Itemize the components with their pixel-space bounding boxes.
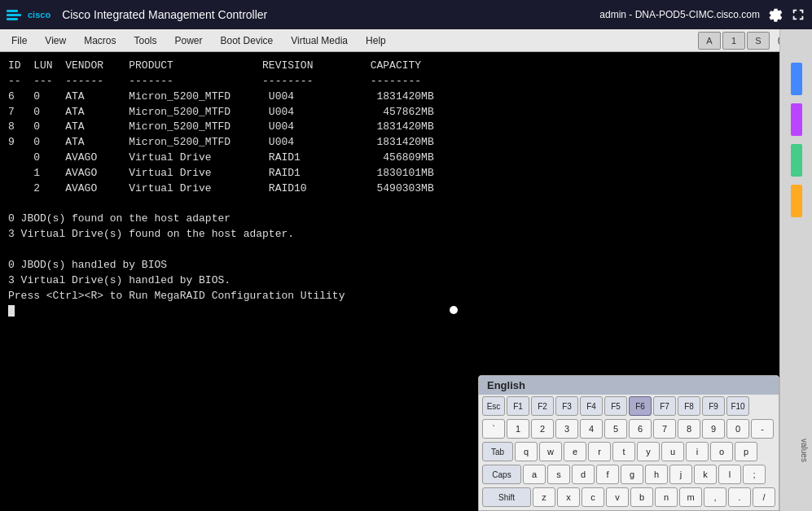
kb-key-slash[interactable]: / [753,487,775,507]
kb-key-q[interactable]: q [515,442,538,461]
values-label: values [800,439,809,462]
kb-key-5[interactable]: 5 [604,419,627,439]
kb-key-b[interactable]: b [630,487,653,507]
virtual-keyboard: English Esc F1 F2 F3 F4 F5 F6 F7 F8 F9 F… [478,375,779,511]
toolbar-btn-1[interactable]: 1 [722,32,745,50]
kb-row-zxcv: Shift z x c v b n m , . / [479,486,779,509]
kb-key-c[interactable]: c [582,487,604,507]
top-bar: cisco Cisco Integrated Management Contro… [0,0,812,29]
cisco-bar-1 [7,10,18,12]
kb-key-l[interactable]: l [718,465,741,484]
color-block-purple [791,103,802,136]
cisco-bar-3 [7,18,18,20]
kb-key-f8[interactable]: F8 [678,396,700,416]
kb-key-7[interactable]: 7 [653,419,676,439]
kb-key-j[interactable]: j [669,465,692,484]
kb-key-f2[interactable]: F2 [531,396,554,416]
menu-bar: File View Macros Tools Power Boot Device… [0,29,812,52]
terminal-cursor [8,305,15,317]
kb-key-k[interactable]: k [694,465,717,484]
cisco-bar-2 [7,14,21,16]
keyboard-language-label: English [479,376,779,395]
kb-key-backtick[interactable]: ` [482,419,505,439]
kb-key-d[interactable]: d [572,465,595,484]
kb-key-6[interactable]: 6 [629,419,652,439]
kb-key-u[interactable]: u [661,442,684,461]
toolbar-btn-a[interactable]: A [698,32,721,50]
menu-help[interactable]: Help [358,32,394,50]
kb-key-minus[interactable]: - [751,419,774,439]
menu-file[interactable]: File [3,32,35,50]
kb-key-o[interactable]: o [710,442,733,461]
kb-key-g[interactable]: g [621,465,643,484]
kb-key-a[interactable]: a [523,465,546,484]
kb-key-comma[interactable]: , [704,487,726,507]
color-block-orange [791,185,802,217]
kb-key-x[interactable]: x [557,487,580,507]
menu-view[interactable]: View [37,32,74,50]
kb-key-caps[interactable]: Caps [482,465,521,484]
kb-key-e[interactable]: e [564,442,586,461]
kb-key-f5[interactable]: F5 [604,396,627,416]
kb-key-semicolon[interactable]: ; [743,465,766,484]
kb-key-r[interactable]: r [588,442,611,461]
cisco-logo: cisco [7,10,50,20]
kb-key-f6[interactable]: F6 [629,396,652,416]
kb-key-period[interactable]: . [728,487,751,507]
kb-key-y[interactable]: y [637,442,660,461]
kb-key-3[interactable]: 3 [555,419,578,439]
gear-icon[interactable] [768,7,783,22]
kb-key-f4[interactable]: F4 [580,396,603,416]
kb-key-h[interactable]: h [645,465,668,484]
menu-macros[interactable]: Macros [76,32,124,50]
kb-row-function: Esc F1 F2 F3 F4 F5 F6 F7 F8 F9 F10 [479,395,779,417]
expand-icon[interactable] [791,7,805,22]
kb-key-4[interactable]: 4 [580,419,603,439]
menu-power[interactable]: Power [167,32,211,50]
kb-key-p[interactable]: p [735,442,757,461]
kb-key-t[interactable]: t [612,442,635,461]
kb-key-esc[interactable]: Esc [482,396,505,416]
kb-key-z[interactable]: z [533,487,555,507]
kb-row-asdf: Caps a s d f g h j k l ; [479,463,779,486]
admin-label: admin - DNA-POD5-CIMC.cisco.com [599,9,760,20]
kb-key-tab[interactable]: Tab [482,442,513,461]
kb-key-f1[interactable]: F1 [507,396,529,416]
kb-row-qwerty: Tab q w e r t y u i o p [479,440,779,463]
kb-key-s[interactable]: s [547,465,570,484]
kb-key-v[interactable]: v [606,487,629,507]
menu-virtual-media[interactable]: Virtual Media [283,32,356,50]
kb-key-shift[interactable]: Shift [482,487,531,507]
kb-key-i[interactable]: i [686,442,709,461]
kb-row-numbers: ` 1 2 3 4 5 6 7 8 9 0 - [479,417,779,440]
top-right: admin - DNA-POD5-CIMC.cisco.com [599,7,805,22]
menu-boot-device[interactable]: Boot Device [213,32,282,50]
toolbar-btn-s[interactable]: S [747,32,770,50]
cisco-wordmark: cisco [28,10,50,20]
kb-key-f9[interactable]: F9 [702,396,725,416]
kb-key-9[interactable]: 9 [702,419,725,439]
menu-tools[interactable]: Tools [125,32,165,50]
kb-key-1[interactable]: 1 [507,419,529,439]
kb-key-8[interactable]: 8 [678,419,700,439]
kb-key-0[interactable]: 0 [726,419,749,439]
kb-key-m[interactable]: m [679,487,702,507]
kb-key-f10[interactable]: F10 [726,396,749,416]
color-block-blue [791,63,802,95]
scroll-indicator [450,306,458,314]
kb-key-f[interactable]: f [596,465,619,484]
app-title: Cisco Integrated Management Controller [62,8,267,21]
right-panel: values [779,29,812,511]
kb-key-w[interactable]: w [539,442,562,461]
color-block-green [791,144,802,177]
kb-key-f7[interactable]: F7 [653,396,676,416]
kb-key-n[interactable]: n [655,487,678,507]
kb-key-f3[interactable]: F3 [555,396,578,416]
kb-key-2[interactable]: 2 [531,419,554,439]
cisco-logo-bars [7,10,21,20]
